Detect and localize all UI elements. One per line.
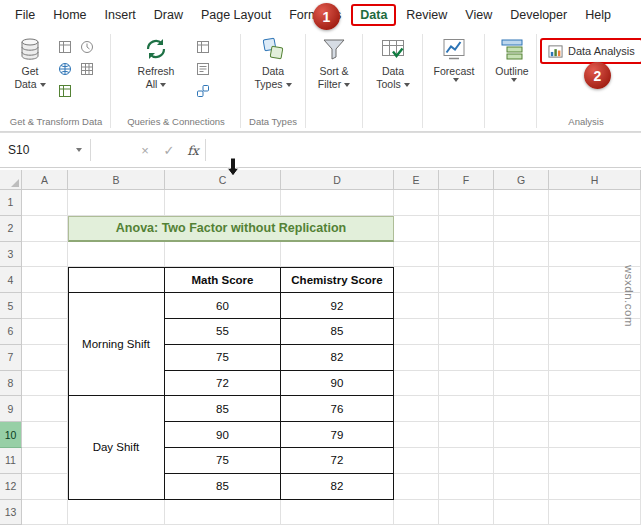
cell[interactable] xyxy=(22,500,68,526)
from-text-csv-icon[interactable] xyxy=(58,40,74,56)
cell[interactable] xyxy=(22,242,68,268)
cell[interactable] xyxy=(165,500,281,526)
row-header-12[interactable]: 12 xyxy=(0,474,22,500)
cell[interactable] xyxy=(549,448,641,474)
cell[interactable] xyxy=(22,422,68,448)
data-cell[interactable]: 55 xyxy=(165,319,281,345)
column-header-A[interactable]: A xyxy=(22,170,68,190)
cell[interactable] xyxy=(549,474,641,500)
cell[interactable] xyxy=(439,293,494,319)
cell[interactable] xyxy=(281,190,394,216)
cell[interactable] xyxy=(549,500,641,526)
cell[interactable] xyxy=(439,267,494,293)
insert-function-button[interactable]: fx xyxy=(181,143,205,158)
cell[interactable] xyxy=(22,371,68,397)
cell[interactable] xyxy=(439,396,494,422)
data-cell[interactable]: 72 xyxy=(165,371,281,397)
column-header-F[interactable]: F xyxy=(439,170,494,190)
cell[interactable] xyxy=(494,242,549,268)
cell[interactable] xyxy=(494,396,549,422)
properties-icon[interactable] xyxy=(196,62,212,78)
data-cell[interactable]: 85 xyxy=(165,474,281,500)
row-header-10[interactable]: 10 xyxy=(0,422,22,448)
cell[interactable] xyxy=(22,448,68,474)
data-cell[interactable]: 75 xyxy=(165,448,281,474)
from-table-range-icon[interactable] xyxy=(58,84,74,100)
cell[interactable] xyxy=(394,396,439,422)
queries-connections-icon[interactable] xyxy=(196,40,212,56)
data-cell[interactable]: 79 xyxy=(281,422,394,448)
table-blank-cell[interactable] xyxy=(68,267,165,293)
recent-sources-icon[interactable] xyxy=(80,40,96,56)
select-all-corner[interactable] xyxy=(0,170,22,190)
cell[interactable] xyxy=(494,190,549,216)
get-data-button[interactable]: Get Data xyxy=(4,36,56,91)
cell[interactable] xyxy=(394,500,439,526)
data-cell[interactable]: 76 xyxy=(281,396,394,422)
column-header-D[interactable]: D xyxy=(281,170,394,190)
data-tools-button[interactable]: Data Tools xyxy=(367,36,419,91)
cell[interactable] xyxy=(494,448,549,474)
name-box[interactable]: S10 xyxy=(0,138,90,162)
cell[interactable] xyxy=(22,474,68,500)
row-header-8[interactable]: 8 xyxy=(0,371,22,397)
cell[interactable] xyxy=(394,267,439,293)
tab-developer[interactable]: Developer xyxy=(501,3,576,27)
cell[interactable] xyxy=(281,242,394,268)
row-header-1[interactable]: 1 xyxy=(0,190,22,216)
cell[interactable] xyxy=(394,422,439,448)
row-header-11[interactable]: 11 xyxy=(0,448,22,474)
cell[interactable] xyxy=(494,422,549,448)
row-header-5[interactable]: 5 xyxy=(0,293,22,319)
cell[interactable] xyxy=(394,319,439,345)
cell[interactable] xyxy=(281,500,394,526)
cell[interactable] xyxy=(394,216,439,242)
refresh-all-button[interactable]: Refresh All xyxy=(128,36,184,91)
row-header-4[interactable]: 4 xyxy=(0,267,22,293)
cell[interactable] xyxy=(494,216,549,242)
tab-draw[interactable]: Draw xyxy=(145,3,192,27)
edit-links-icon[interactable] xyxy=(196,84,212,100)
column-header-E[interactable]: E xyxy=(394,170,439,190)
cell[interactable] xyxy=(439,448,494,474)
cell[interactable] xyxy=(22,190,68,216)
row-header-9[interactable]: 9 xyxy=(0,396,22,422)
cell[interactable] xyxy=(394,293,439,319)
cell[interactable] xyxy=(22,267,68,293)
cell[interactable] xyxy=(394,474,439,500)
cell[interactable] xyxy=(494,500,549,526)
data-cell[interactable]: 82 xyxy=(281,474,394,500)
cell[interactable] xyxy=(549,345,641,371)
cell[interactable] xyxy=(549,371,641,397)
data-types-button[interactable]: Data Types xyxy=(246,36,300,91)
data-analysis-button[interactable]: Data Analysis xyxy=(540,38,641,64)
tab-insert[interactable]: Insert xyxy=(96,3,145,27)
cancel-button[interactable]: × xyxy=(133,143,157,158)
tab-view[interactable]: View xyxy=(456,3,501,27)
cell[interactable] xyxy=(22,216,68,242)
forecast-button[interactable]: Forecast xyxy=(427,36,481,82)
enter-button[interactable]: ✓ xyxy=(157,143,181,158)
cell[interactable] xyxy=(68,500,165,526)
cell[interactable] xyxy=(68,190,165,216)
row-header-13[interactable]: 13 xyxy=(0,500,22,526)
column-header-H[interactable]: H xyxy=(549,170,641,190)
from-web-icon[interactable] xyxy=(58,62,74,78)
data-cell[interactable]: 75 xyxy=(165,345,281,371)
tab-help[interactable]: Help xyxy=(576,3,620,27)
cell[interactable] xyxy=(549,216,641,242)
cell[interactable] xyxy=(22,293,68,319)
cell[interactable] xyxy=(494,371,549,397)
cell[interactable] xyxy=(439,319,494,345)
cell[interactable] xyxy=(494,474,549,500)
data-cell[interactable]: 60 xyxy=(165,293,281,319)
sort-filter-button[interactable]: Sort & Filter xyxy=(309,36,359,91)
data-cell[interactable]: 90 xyxy=(281,371,394,397)
cell[interactable] xyxy=(549,190,641,216)
anova-title-cell[interactable]: Anova: Two Factor without Replication xyxy=(68,216,394,242)
cell[interactable] xyxy=(394,345,439,371)
data-cell[interactable]: 72 xyxy=(281,448,394,474)
cell[interactable] xyxy=(439,371,494,397)
column-header-G[interactable]: G xyxy=(494,170,549,190)
cell[interactable] xyxy=(549,396,641,422)
